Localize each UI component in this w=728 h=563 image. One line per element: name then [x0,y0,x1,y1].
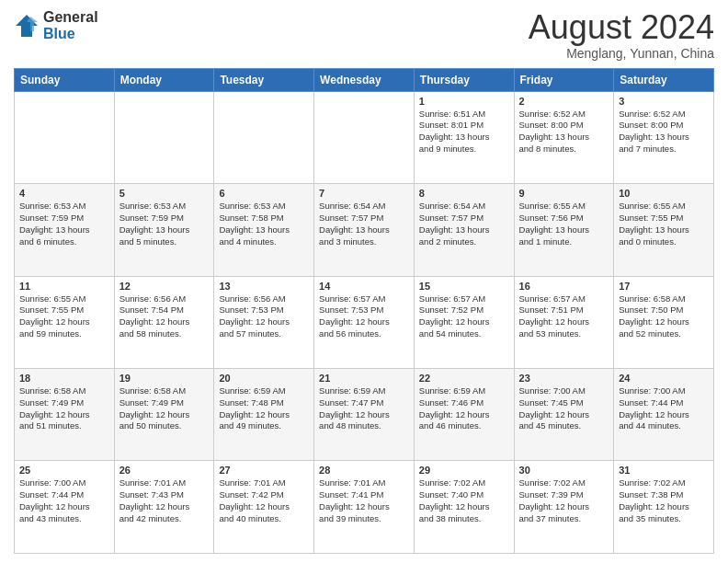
day-detail: Sunrise: 7:01 AM Sunset: 7:41 PM Dayligh… [319,477,409,524]
calendar-header-row: Sunday Monday Tuesday Wednesday Thursday… [15,68,714,91]
table-row: 9Sunrise: 6:55 AM Sunset: 7:56 PM Daylig… [514,184,614,276]
table-row: 25Sunrise: 7:00 AM Sunset: 7:44 PM Dayli… [15,461,115,554]
day-detail: Sunrise: 6:57 AM Sunset: 7:51 PM Dayligh… [519,293,609,340]
table-row: 12Sunrise: 6:56 AM Sunset: 7:54 PM Dayli… [114,276,214,368]
day-number: 2 [519,96,609,107]
day-detail: Sunrise: 6:57 AM Sunset: 7:53 PM Dayligh… [319,293,409,340]
day-number: 16 [519,281,609,292]
table-row: 24Sunrise: 7:00 AM Sunset: 7:44 PM Dayli… [614,369,714,461]
day-detail: Sunrise: 6:58 AM Sunset: 7:49 PM Dayligh… [119,385,210,432]
col-saturday: Saturday [614,68,714,91]
day-number: 28 [319,465,409,476]
day-number: 13 [219,281,309,292]
logo-general-text: General [43,9,98,26]
table-row: 19Sunrise: 6:58 AM Sunset: 7:49 PM Dayli… [114,369,214,461]
svg-marker-0 [16,15,38,37]
main-title: August 2024 [529,9,714,46]
day-detail: Sunrise: 7:01 AM Sunset: 7:42 PM Dayligh… [219,477,309,524]
day-detail: Sunrise: 7:01 AM Sunset: 7:43 PM Dayligh… [119,477,210,524]
table-row: 29Sunrise: 7:02 AM Sunset: 7:40 PM Dayli… [414,461,514,554]
table-row [114,91,214,183]
day-detail: Sunrise: 7:00 AM Sunset: 7:44 PM Dayligh… [619,385,709,432]
day-number: 6 [219,188,309,199]
table-row: 17Sunrise: 6:58 AM Sunset: 7:50 PM Dayli… [614,276,714,368]
calendar-week-row: 25Sunrise: 7:00 AM Sunset: 7:44 PM Dayli… [15,461,714,554]
table-row [15,91,115,183]
day-detail: Sunrise: 6:52 AM Sunset: 8:00 PM Dayligh… [619,109,709,155]
table-row: 14Sunrise: 6:57 AM Sunset: 7:53 PM Dayli… [314,276,415,368]
table-row: 7Sunrise: 6:54 AM Sunset: 7:57 PM Daylig… [314,184,415,276]
day-number: 10 [619,188,709,199]
table-row: 31Sunrise: 7:02 AM Sunset: 7:38 PM Dayli… [614,461,714,554]
table-row: 6Sunrise: 6:53 AM Sunset: 7:58 PM Daylig… [214,184,314,276]
col-tuesday: Tuesday [214,68,314,91]
day-number: 11 [19,281,109,292]
table-row: 16Sunrise: 6:57 AM Sunset: 7:51 PM Dayli… [514,276,614,368]
day-detail: Sunrise: 6:51 AM Sunset: 8:01 PM Dayligh… [419,109,509,155]
day-detail: Sunrise: 6:55 AM Sunset: 7:55 PM Dayligh… [19,293,109,340]
day-number: 27 [219,465,309,476]
day-detail: Sunrise: 7:00 AM Sunset: 7:45 PM Dayligh… [519,385,609,432]
calendar-table: Sunday Monday Tuesday Wednesday Thursday… [14,68,714,554]
day-number: 29 [419,465,509,476]
table-row: 1Sunrise: 6:51 AM Sunset: 8:01 PM Daylig… [414,91,514,183]
day-detail: Sunrise: 6:59 AM Sunset: 7:46 PM Dayligh… [419,385,509,432]
day-number: 24 [619,373,709,384]
day-number: 23 [519,373,609,384]
day-number: 19 [119,373,210,384]
table-row: 22Sunrise: 6:59 AM Sunset: 7:46 PM Dayli… [414,369,514,461]
day-detail: Sunrise: 7:02 AM Sunset: 7:39 PM Dayligh… [519,477,609,524]
table-row: 11Sunrise: 6:55 AM Sunset: 7:55 PM Dayli… [15,276,115,368]
day-number: 22 [419,373,509,384]
logo: General Blue [14,9,98,41]
day-detail: Sunrise: 6:56 AM Sunset: 7:54 PM Dayligh… [119,293,210,340]
table-row: 13Sunrise: 6:56 AM Sunset: 7:53 PM Dayli… [214,276,314,368]
day-detail: Sunrise: 7:02 AM Sunset: 7:40 PM Dayligh… [419,477,509,524]
table-row: 20Sunrise: 6:59 AM Sunset: 7:48 PM Dayli… [214,369,314,461]
table-row: 23Sunrise: 7:00 AM Sunset: 7:45 PM Dayli… [514,369,614,461]
table-row: 27Sunrise: 7:01 AM Sunset: 7:42 PM Dayli… [214,461,314,554]
table-row: 2Sunrise: 6:52 AM Sunset: 8:00 PM Daylig… [514,91,614,183]
calendar-week-row: 18Sunrise: 6:58 AM Sunset: 7:49 PM Dayli… [15,369,714,461]
table-row: 8Sunrise: 6:54 AM Sunset: 7:57 PM Daylig… [414,184,514,276]
col-friday: Friday [514,68,614,91]
day-detail: Sunrise: 6:53 AM Sunset: 7:58 PM Dayligh… [219,201,309,247]
day-number: 30 [519,465,609,476]
day-number: 7 [319,188,409,199]
day-number: 31 [619,465,709,476]
table-row: 28Sunrise: 7:01 AM Sunset: 7:41 PM Dayli… [314,461,415,554]
table-row: 30Sunrise: 7:02 AM Sunset: 7:39 PM Dayli… [514,461,614,554]
header: General Blue August 2024 Menglang, Yunna… [14,9,714,61]
day-number: 12 [119,281,210,292]
day-detail: Sunrise: 7:00 AM Sunset: 7:44 PM Dayligh… [19,477,109,524]
day-detail: Sunrise: 6:55 AM Sunset: 7:56 PM Dayligh… [519,201,609,247]
day-number: 15 [419,281,509,292]
day-detail: Sunrise: 6:54 AM Sunset: 7:57 PM Dayligh… [319,201,409,247]
day-number: 25 [19,465,109,476]
day-detail: Sunrise: 7:02 AM Sunset: 7:38 PM Dayligh… [619,477,709,524]
page: General Blue August 2024 Menglang, Yunna… [0,0,728,563]
day-number: 21 [319,373,409,384]
col-thursday: Thursday [414,68,514,91]
calendar-week-row: 1Sunrise: 6:51 AM Sunset: 8:01 PM Daylig… [15,91,714,183]
day-detail: Sunrise: 6:55 AM Sunset: 7:55 PM Dayligh… [619,201,709,247]
col-monday: Monday [114,68,214,91]
table-row: 10Sunrise: 6:55 AM Sunset: 7:55 PM Dayli… [614,184,714,276]
day-detail: Sunrise: 6:53 AM Sunset: 7:59 PM Dayligh… [19,201,109,247]
day-number: 8 [419,188,509,199]
calendar-week-row: 11Sunrise: 6:55 AM Sunset: 7:55 PM Dayli… [15,276,714,368]
table-row [214,91,314,183]
col-sunday: Sunday [15,68,115,91]
logo-icon [14,13,40,39]
logo-blue-text: Blue [43,26,98,42]
day-number: 26 [119,465,210,476]
table-row: 15Sunrise: 6:57 AM Sunset: 7:52 PM Dayli… [414,276,514,368]
day-detail: Sunrise: 6:59 AM Sunset: 7:47 PM Dayligh… [319,385,409,432]
day-detail: Sunrise: 6:58 AM Sunset: 7:50 PM Dayligh… [619,293,709,340]
day-detail: Sunrise: 6:58 AM Sunset: 7:49 PM Dayligh… [19,385,109,432]
day-number: 18 [19,373,109,384]
day-detail: Sunrise: 6:59 AM Sunset: 7:48 PM Dayligh… [219,385,309,432]
day-number: 9 [519,188,609,199]
table-row: 21Sunrise: 6:59 AM Sunset: 7:47 PM Dayli… [314,369,415,461]
day-number: 14 [319,281,409,292]
